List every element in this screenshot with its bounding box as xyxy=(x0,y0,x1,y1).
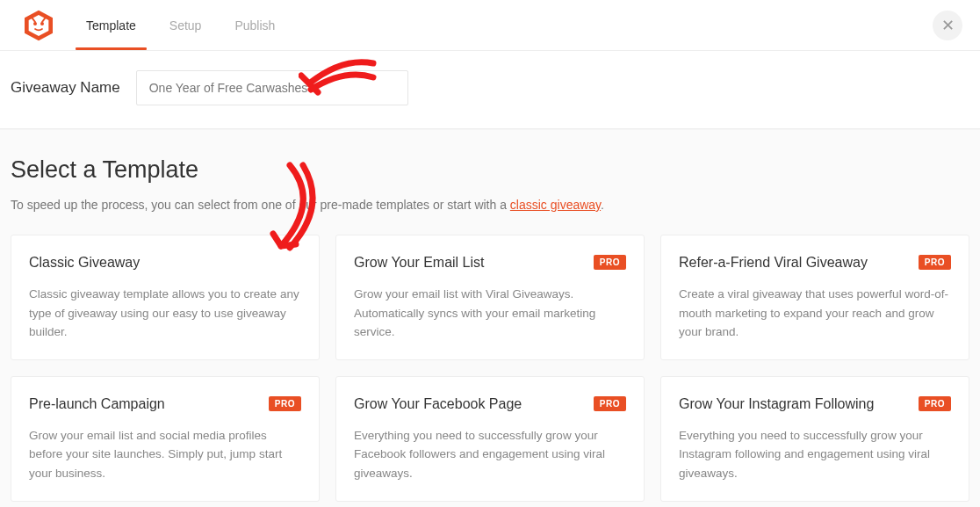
card-title: Classic Giveaway xyxy=(29,255,301,271)
card-desc: Everything you need to successfully grow… xyxy=(354,426,626,483)
subtitle-pre: To speed up the process, you can select … xyxy=(11,198,510,212)
card-title: Refer-a-Friend Viral Giveaway xyxy=(679,255,951,271)
classic-giveaway-link[interactable]: classic giveaway xyxy=(510,198,601,212)
card-title: Grow Your Email List xyxy=(354,255,626,271)
pro-badge: PRO xyxy=(594,396,626,411)
pro-badge: PRO xyxy=(919,255,951,270)
tab-template[interactable]: Template xyxy=(83,0,140,50)
card-title: Grow Your Instagram Following xyxy=(679,396,951,412)
card-desc: Grow your email list and social media pr… xyxy=(29,426,301,483)
card-desc: Create a viral giveaway that uses powerf… xyxy=(679,285,951,342)
section-subtitle: To speed up the process, you can select … xyxy=(11,198,969,212)
pro-badge: PRO xyxy=(269,396,301,411)
template-card-refer-a-friend[interactable]: PRO Refer-a-Friend Viral Giveaway Create… xyxy=(660,235,969,360)
tab-setup[interactable]: Setup xyxy=(166,0,205,50)
card-title: Pre-launch Campaign xyxy=(29,396,301,412)
card-desc: Everything you need to successfully grow… xyxy=(679,426,951,483)
pro-badge: PRO xyxy=(594,255,626,270)
subtitle-post: . xyxy=(601,198,604,212)
card-desc: Classic giveaway template allows you to … xyxy=(29,285,301,342)
tab-publish[interactable]: Publish xyxy=(231,0,278,50)
pro-badge: PRO xyxy=(919,396,951,411)
template-card-prelaunch-campaign[interactable]: PRO Pre-launch Campaign Grow your email … xyxy=(11,376,320,502)
giveaway-name-input[interactable] xyxy=(136,70,408,105)
template-card-grow-email-list[interactable]: PRO Grow Your Email List Grow your email… xyxy=(335,235,645,360)
template-card-grow-facebook[interactable]: PRO Grow Your Facebook Page Everything y… xyxy=(335,376,645,502)
close-icon: ✕ xyxy=(941,16,955,35)
section-title: Select a Template xyxy=(11,156,969,184)
card-title: Grow Your Facebook Page xyxy=(354,396,626,412)
close-button[interactable]: ✕ xyxy=(933,11,962,40)
app-logo[interactable] xyxy=(11,8,67,43)
template-card-classic-giveaway[interactable]: Classic Giveaway Classic giveaway templa… xyxy=(11,235,320,360)
template-card-grow-instagram[interactable]: PRO Grow Your Instagram Following Everyt… xyxy=(660,376,969,502)
giveaway-name-label: Giveaway Name xyxy=(11,79,120,97)
card-desc: Grow your email list with Viral Giveaway… xyxy=(354,285,626,342)
